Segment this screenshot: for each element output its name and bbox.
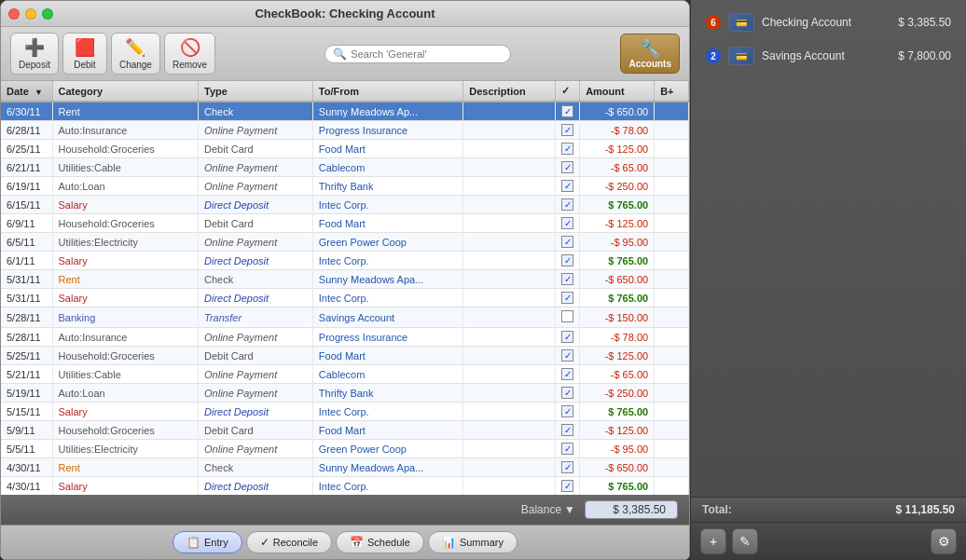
table-row[interactable]: 6/21/11 Utilities:Cable Online Payment C…	[1, 158, 689, 177]
checkbox[interactable]: ✓	[561, 254, 573, 266]
add-account-button[interactable]: +	[700, 528, 726, 554]
table-row[interactable]: 6/1/11 Salary Direct Deposit Intec Corp.…	[1, 252, 689, 270]
col-category[interactable]: Category	[52, 81, 199, 102]
col-amount[interactable]: Amount	[580, 81, 655, 102]
cell-check[interactable]: ✓	[556, 403, 580, 421]
table-row[interactable]: 5/31/11 Salary Direct Deposit Intec Corp…	[1, 289, 689, 307]
close-button[interactable]	[8, 8, 20, 20]
cell-check[interactable]: ✓	[556, 458, 580, 477]
table-row[interactable]: 5/31/11 Rent Check Sunny Meadows Apa... …	[1, 270, 689, 289]
total-label: Total:	[702, 503, 732, 516]
cell-check[interactable]: ✓	[556, 252, 580, 270]
cell-amount: -$ 650.00	[580, 458, 655, 477]
cell-check[interactable]: ✓	[556, 196, 580, 214]
deposit-button[interactable]: ➕ Deposit	[10, 33, 59, 75]
table-row[interactable]: 5/9/11 Household:Groceries Debit Card Fo…	[1, 421, 689, 440]
cell-check[interactable]: ✓	[556, 233, 580, 252]
checkbox[interactable]: ✓	[561, 387, 573, 399]
cell-check[interactable]: ✓	[556, 270, 580, 289]
checkbox[interactable]: ✓	[561, 349, 573, 362]
cell-check[interactable]: ✓	[556, 289, 580, 307]
cell-check[interactable]: ✓	[556, 477, 580, 496]
checkbox[interactable]: ✓	[561, 443, 573, 455]
table-row[interactable]: 6/5/11 Utilities:Electricity Online Paym…	[1, 233, 689, 252]
checkbox[interactable]: ✓	[561, 273, 573, 285]
change-button[interactable]: ✏️ Change	[111, 33, 160, 75]
cell-amount: -$ 650.00	[580, 102, 655, 121]
cell-check[interactable]: ✓	[556, 365, 580, 384]
tab-reconcile[interactable]: ✓ Reconcile	[246, 531, 332, 553]
col-balance[interactable]: B+	[655, 81, 689, 102]
table-row[interactable]: 6/15/11 Salary Direct Deposit Intec Corp…	[1, 196, 689, 214]
cell-tofrom: Cablecom	[312, 158, 462, 177]
table-row[interactable]: 6/19/11 Auto:Loan Online Payment Thrifty…	[1, 177, 689, 196]
cell-check[interactable]: ✓	[556, 440, 580, 458]
cell-check[interactable]: ✓	[556, 328, 580, 347]
checkbox[interactable]: ✓	[561, 143, 573, 155]
checkbox[interactable]: ✓	[561, 161, 573, 173]
col-check[interactable]: ✓	[556, 81, 580, 102]
account-balance: $ 3,385.50	[898, 16, 951, 29]
col-date[interactable]: Date ▼	[1, 81, 52, 102]
checkbox[interactable]: ✓	[561, 236, 573, 248]
cell-check[interactable]: ✓	[556, 140, 580, 158]
table-row[interactable]: 5/21/11 Utilities:Cable Online Payment C…	[1, 365, 689, 384]
checkbox[interactable]: ✓	[561, 180, 573, 192]
table-row[interactable]: 5/25/11 Household:Groceries Debit Card F…	[1, 347, 689, 365]
checkbox[interactable]: ✓	[561, 424, 573, 436]
table-row[interactable]: 5/28/11 Banking Transfer Savings Account…	[1, 307, 689, 328]
transaction-table-container: Date ▼ Category Type To/From Description…	[1, 81, 689, 495]
cell-check[interactable]: ✓	[556, 121, 580, 140]
checkbox[interactable]: ✓	[561, 480, 573, 492]
table-row[interactable]: 6/28/11 Auto:Insurance Online Payment Pr…	[1, 121, 689, 140]
col-type[interactable]: Type	[199, 81, 313, 102]
minimize-button[interactable]	[25, 8, 36, 20]
col-tofrom[interactable]: To/From	[312, 81, 462, 102]
remove-label: Remove	[172, 60, 207, 70]
edit-account-button[interactable]: ✎	[732, 528, 758, 554]
sidebar-account-1[interactable]: 2 💳 Savings Account $ 7,800.00	[698, 41, 959, 71]
cell-check[interactable]: ✓	[556, 102, 580, 121]
cell-amount: -$ 95.00	[580, 233, 655, 252]
tab-entry-label: Entry	[204, 537, 228, 548]
zoom-button[interactable]	[42, 8, 53, 20]
checkbox[interactable]: ✓	[561, 105, 573, 117]
table-row[interactable]: 5/5/11 Utilities:Electricity Online Paym…	[1, 440, 689, 458]
cell-amount: -$ 125.00	[580, 214, 655, 233]
tab-summary[interactable]: 📊 Summary	[428, 531, 518, 553]
tab-entry[interactable]: 📋 Entry	[172, 531, 242, 553]
checkbox[interactable]: ✓	[561, 405, 573, 417]
cell-check[interactable]: ✓	[556, 158, 580, 177]
settings-button[interactable]: ⚙	[931, 528, 957, 554]
accounts-button[interactable]: 🔧 Accounts	[620, 34, 680, 74]
tab-schedule[interactable]: 📅 Schedule	[336, 531, 424, 553]
cell-check[interactable]: ✓	[556, 347, 580, 365]
checkbox[interactable]: ✓	[561, 331, 573, 343]
checkbox[interactable]: ✓	[561, 198, 573, 211]
debit-button[interactable]: 🟥 Debit	[62, 33, 107, 75]
table-row[interactable]: 5/28/11 Auto:Insurance Online Payment Pr…	[1, 328, 689, 347]
cell-check[interactable]: ✓	[556, 214, 580, 233]
cell-check[interactable]: ✓	[556, 384, 580, 403]
cell-check[interactable]	[556, 307, 580, 328]
col-description[interactable]: Description	[463, 81, 556, 102]
search-input[interactable]	[351, 48, 481, 60]
cell-check[interactable]: ✓	[556, 177, 580, 196]
table-row[interactable]: 5/19/11 Auto:Loan Online Payment Thrifty…	[1, 384, 689, 403]
checkbox[interactable]: ✓	[561, 217, 573, 229]
table-row[interactable]: 6/9/11 Household:Groceries Debit Card Fo…	[1, 214, 689, 233]
checkbox[interactable]	[561, 310, 573, 322]
table-row[interactable]: 6/25/11 Household:Groceries Debit Card F…	[1, 140, 689, 158]
table-row[interactable]: 4/30/11 Salary Direct Deposit Intec Corp…	[1, 477, 689, 496]
checkbox[interactable]: ✓	[561, 292, 573, 304]
table-row[interactable]: 5/15/11 Salary Direct Deposit Intec Corp…	[1, 403, 689, 421]
sidebar-account-0[interactable]: 6 💳 Checking Account $ 3,385.50	[698, 7, 959, 37]
accounts-icon: 🔧	[640, 38, 660, 59]
checkbox[interactable]: ✓	[561, 124, 573, 136]
remove-button[interactable]: 🚫 Remove	[164, 33, 215, 75]
checkbox[interactable]: ✓	[561, 461, 573, 473]
table-row[interactable]: 4/30/11 Rent Check Sunny Meadows Apa... …	[1, 458, 689, 477]
table-row[interactable]: 6/30/11 Rent Check Sunny Meadows Ap... ✓…	[1, 102, 689, 121]
cell-check[interactable]: ✓	[556, 421, 580, 440]
checkbox[interactable]: ✓	[561, 368, 573, 380]
